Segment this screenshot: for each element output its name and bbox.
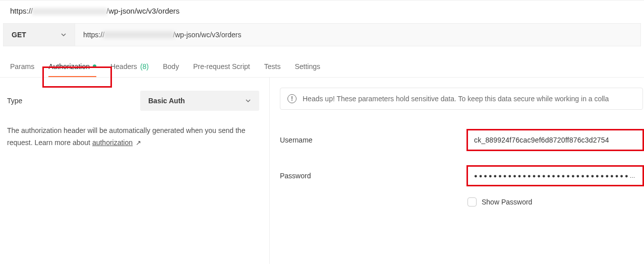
- tab-params[interactable]: Params: [10, 57, 34, 77]
- tab-authorization[interactable]: Authorization: [48, 57, 96, 77]
- password-input[interactable]: ●●●●●●●●●●●●●●●●●●●●●●●●●●●●●●●●●●●●●: [467, 166, 643, 185]
- tab-tests[interactable]: Tests: [264, 57, 281, 77]
- tab-headers[interactable]: Headers (8): [110, 57, 149, 77]
- blurred-domain: [32, 8, 107, 15]
- request-title: https:///wp-json/wc/v3/orders: [0, 1, 644, 23]
- tab-prerequest-script[interactable]: Pre-request Script: [193, 57, 250, 77]
- show-password-label: Show Password: [482, 198, 532, 206]
- tab-body[interactable]: Body: [163, 57, 179, 77]
- alert-text: Heads up! These parameters hold sensitiv…: [303, 95, 609, 103]
- url-input[interactable]: https:///wp-json/wc/v3/orders: [75, 24, 640, 46]
- username-label: Username: [280, 136, 467, 144]
- auth-form-panel: ! Heads up! These parameters hold sensit…: [270, 78, 644, 264]
- info-icon: !: [287, 94, 297, 103]
- http-method-label: GET: [12, 31, 26, 39]
- show-password-checkbox[interactable]: [467, 197, 477, 207]
- request-tabs: Params Authorization Headers (8) Body Pr…: [0, 56, 644, 78]
- auth-type-select[interactable]: Basic Auth: [140, 91, 259, 111]
- request-bar: GET https:///wp-json/wc/v3/orders: [3, 23, 641, 46]
- external-link-icon: ↗: [134, 139, 141, 147]
- auth-help-text: The authorization header will be automat…: [7, 125, 259, 149]
- blurred-domain: [103, 31, 174, 38]
- auth-type-label: Type: [7, 97, 22, 105]
- status-dot-icon: [93, 64, 96, 68]
- sensitive-data-alert: ! Heads up! These parameters hold sensit…: [280, 88, 643, 110]
- tab-settings[interactable]: Settings: [295, 57, 320, 77]
- authorization-docs-link[interactable]: authorization: [92, 139, 133, 147]
- headers-count-badge: (8): [140, 62, 149, 71]
- auth-type-value: Basic Auth: [148, 97, 185, 105]
- username-input[interactable]: ck_889924f76cac9ef6d8720ff876c3d2754: [467, 130, 643, 150]
- http-method-select[interactable]: GET: [4, 24, 75, 46]
- chevron-down-icon: [61, 32, 67, 38]
- auth-type-panel: Type Basic Auth The authorization header…: [0, 78, 270, 264]
- chevron-down-icon: [245, 98, 251, 104]
- password-label: Password: [280, 172, 467, 180]
